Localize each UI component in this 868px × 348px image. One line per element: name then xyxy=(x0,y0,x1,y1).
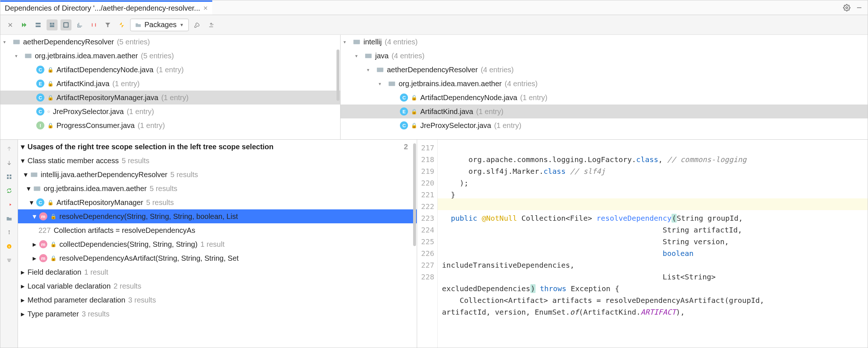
show-files-icon[interactable] xyxy=(60,19,71,30)
tree-item[interactable]: ▾aetherDependencyResolver (4 entries) xyxy=(341,63,868,77)
scrollbar[interactable] xyxy=(413,143,416,246)
mark-illegal-icon[interactable] xyxy=(116,19,127,30)
tab-title: Dependencies of Directory '.../aether-de… xyxy=(5,4,200,12)
tree-item-count: (5 entries) xyxy=(117,38,150,46)
tree-item[interactable]: C🔒ArtifactDependencyNode.java (1 entry) xyxy=(0,63,340,77)
arrow-right-red-icon[interactable] xyxy=(4,199,15,210)
lock-icon: 🔒 xyxy=(50,255,56,261)
svg-rect-18 xyxy=(377,67,384,72)
usage-item-label: Field declaration xyxy=(27,268,81,276)
usage-item-label: Class static member access xyxy=(27,157,119,165)
chevron-icon: ▸ xyxy=(21,268,25,276)
tree-item[interactable]: I🔒ProgressConsumer.java (1 entry) xyxy=(0,118,340,132)
wrench-icon[interactable] xyxy=(192,19,203,30)
usage-item[interactable]: ▸Type parameter 3 results xyxy=(18,307,417,321)
chevron-icon: ▾ xyxy=(27,184,30,193)
tree-item[interactable]: ▾intellij (4 entries) xyxy=(341,35,868,49)
chevron-icon: ▸ xyxy=(33,240,36,249)
scope-dropdown[interactable]: Packages ▼ xyxy=(130,19,189,31)
svg-point-0 xyxy=(846,7,848,8)
export-icon[interactable] xyxy=(206,19,217,30)
usage-item[interactable]: ▾intellij.java.aetherDependencyResolver … xyxy=(18,168,417,182)
tree-item[interactable]: E🔒ArtifactKind.java (1 entry) xyxy=(0,77,340,91)
lock-icon: 🔒 xyxy=(411,95,417,100)
coin-icon[interactable]: $ xyxy=(4,241,15,252)
expand-all-icon[interactable] xyxy=(74,19,85,30)
svg-rect-6 xyxy=(36,23,41,25)
cycle-green-icon[interactable] xyxy=(4,185,15,196)
usage-item[interactable]: 227Collection artifacts = resolveDepende… xyxy=(18,223,417,237)
scrollbar[interactable] xyxy=(336,50,339,101)
filter-icon[interactable] xyxy=(102,19,113,30)
usage-item-count: 5 results xyxy=(122,157,150,165)
svg-marker-5 xyxy=(24,23,26,27)
usage-item-label: ArtifactRepositoryManager xyxy=(56,198,143,207)
svg-marker-4 xyxy=(22,23,24,27)
arrow-up-icon[interactable] xyxy=(4,143,15,154)
chevron-icon: ▾ xyxy=(343,39,350,45)
usage-item-label: resolveDependency(String, String, String… xyxy=(59,212,238,221)
tree-item-count: (4 entries) xyxy=(505,80,538,88)
usage-item[interactable]: ▸Field declaration 1 result xyxy=(18,265,417,279)
left-tree[interactable]: ▾aetherDependencyResolver (5 entries)▾or… xyxy=(0,35,341,139)
svg-rect-8 xyxy=(50,23,52,25)
usage-item-count: 1 result xyxy=(84,268,108,276)
tree-item-label: JreProxySelector.java xyxy=(420,121,491,130)
chevron-icon: ▾ xyxy=(355,53,362,59)
tree-item-count: (1 entry) xyxy=(161,94,188,102)
tree-item[interactable]: E🔒ArtifactKind.java (1 entry) xyxy=(341,105,868,118)
tree-item-label: java xyxy=(375,52,389,60)
code-body[interactable]: org.apache.commons.logging.LogFactory.cl… xyxy=(438,140,868,348)
usage-item[interactable]: ▾C🔒ArtifactRepositoryManager 5 results xyxy=(18,195,417,209)
usage-item[interactable]: ▾m🔒resolveDependency(String, String, Str… xyxy=(18,209,417,223)
svg-marker-24 xyxy=(10,204,11,206)
usages-panel[interactable]: ▾ Usages of the right tree scope selecti… xyxy=(18,140,417,348)
tree-item-count: (1 entry) xyxy=(494,121,521,130)
tree-item-count: (4 entries) xyxy=(385,38,418,46)
usage-item-count: 3 results xyxy=(82,310,110,318)
arrow-down-icon[interactable] xyxy=(4,157,15,168)
folder-gear-icon[interactable] xyxy=(4,213,15,224)
tree-item[interactable]: C🔒ArtifactRepositoryManager.java (1 entr… xyxy=(0,91,340,105)
svg-rect-21 xyxy=(10,175,11,176)
chevron-icon: ▸ xyxy=(33,254,36,263)
tree-item[interactable]: C🔒JreProxySelector.java (1 entry) xyxy=(341,118,868,132)
usage-item[interactable]: ▸m🔒collectDependencies(String, String, S… xyxy=(18,237,417,251)
usage-item[interactable]: ▸m🔒resolveDependencyAsArtifact(String, S… xyxy=(18,251,417,265)
chevron-icon: ▾ xyxy=(24,170,27,179)
usage-item[interactable]: ▸Method parameter declaration 3 results xyxy=(18,293,417,307)
usages-header[interactable]: ▾ Usages of the right tree scope selecti… xyxy=(18,140,417,154)
show-illegals-icon[interactable] xyxy=(88,19,99,30)
tree-item[interactable]: ▾org.jetbrains.idea.maven.aether (4 entr… xyxy=(341,77,868,91)
usage-item[interactable]: ▾org.jetbrains.idea.maven.aether 5 resul… xyxy=(18,182,417,195)
close-analysis-icon[interactable] xyxy=(5,19,16,30)
gear-icon[interactable] xyxy=(843,4,851,12)
chevron-icon: ▸ xyxy=(21,296,25,304)
tab-dependencies[interactable]: Dependencies of Directory '.../aether-de… xyxy=(0,0,212,15)
close-icon[interactable]: ✕ xyxy=(203,5,208,12)
tree-item[interactable]: ▾java (4 entries) xyxy=(341,49,868,63)
svg-rect-10 xyxy=(50,25,54,27)
usage-item[interactable]: ▸Local variable declaration 2 results xyxy=(18,279,417,293)
usage-item-count: 5 results xyxy=(146,198,174,207)
group-by-scope-icon[interactable] xyxy=(47,19,58,30)
tree-item-label: ArtifactRepositoryManager.java xyxy=(56,94,158,102)
right-tree[interactable]: ▾intellij (4 entries)▾java (4 entries)▾a… xyxy=(341,35,868,139)
tree-item-label: ArtifactDependencyNode.java xyxy=(420,94,517,102)
rerun-icon[interactable] xyxy=(19,19,30,30)
info-icon[interactable] xyxy=(4,227,15,238)
tree-item[interactable]: ▾aetherDependencyResolver (5 entries) xyxy=(0,35,340,49)
tree-item-count: (5 entries) xyxy=(141,52,174,60)
tree-item[interactable]: C🔒ArtifactDependencyNode.java (1 entry) xyxy=(341,91,868,105)
tree-item-count: (4 entries) xyxy=(391,52,424,60)
hide-icon[interactable] xyxy=(855,4,863,12)
tree-item[interactable]: C○JreProxySelector.java (1 entry) xyxy=(0,105,340,118)
tree-item-count: (1 entry) xyxy=(157,66,184,74)
flatten-modules-icon[interactable] xyxy=(33,19,44,30)
tree-item[interactable]: ▾org.jetbrains.idea.maven.aether (5 entr… xyxy=(0,49,340,63)
settings-filter-icon[interactable] xyxy=(4,255,15,266)
usage-item[interactable]: ▾Class static member access 5 results xyxy=(18,154,417,168)
svg-rect-9 xyxy=(52,23,54,25)
chevron-icon: ▾ xyxy=(3,39,10,45)
layout-icon[interactable] xyxy=(4,171,15,182)
